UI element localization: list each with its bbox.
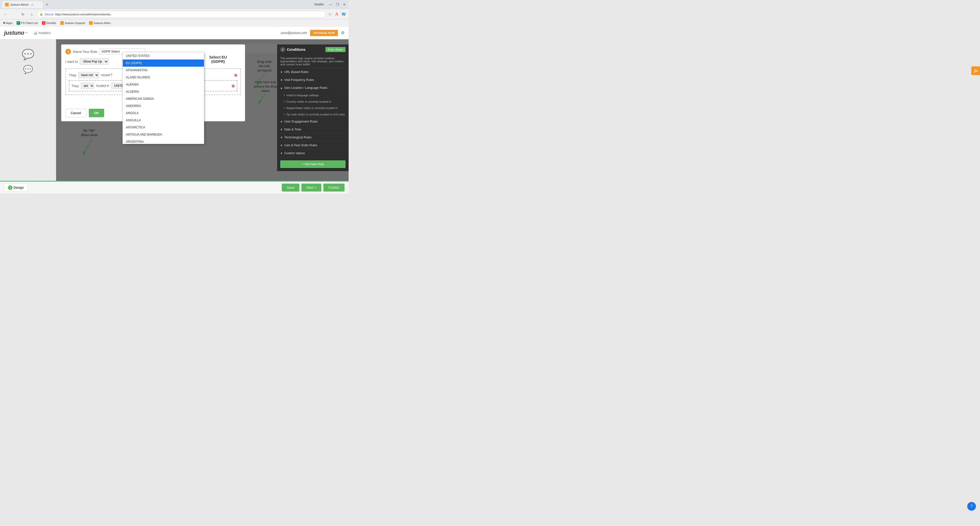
tab-title: Justuno Admin [10,3,29,6]
nav-forward-button[interactable]: → [11,11,18,18]
dropdown-item-afghanistan[interactable]: AFGHANISTAN [123,67,204,74]
conditions-header: 2 Conditions Rule Library [277,45,348,55]
rule-close-2[interactable]: ⊗ [231,83,235,88]
header-right: yuno@justuno.com UPGRADE NOW ⚙ [281,30,345,36]
chevron-down-icon-engagement: ▼ [280,120,283,123]
dropdown-item-angola[interactable]: ANGOLA [123,110,204,117]
next-button[interactable]: Next > [301,183,321,191]
maximize-icon[interactable]: ❐ [335,3,340,6]
dropdown-item-albania[interactable]: ALBANIA [123,81,204,88]
bookmark-justuno-support[interactable]: J Justuno Support [59,21,86,25]
conditions-panel: 2 Conditions Rule Library This powerful … [277,45,348,171]
cart-order-section[interactable]: ▼ Cart & Past Order Rules [277,142,348,149]
rule-library-button[interactable]: Rule Library [325,47,345,52]
rule-subject-2: They [72,84,79,88]
dropdown-item-eu-gdpr[interactable]: EU (GDPR) [123,59,204,67]
dropdown-item-andorra[interactable]: ANDORRA [123,102,204,110]
chevron-up-icon-geo: ▲ [280,86,283,89]
plus-icon-1: + [283,93,285,97]
modal-name-label: Name Your Rule [73,50,97,54]
rule-verb-1[interactable]: have not [78,72,99,78]
close-icon[interactable]: ✕ [342,3,347,6]
tab-favicon: J [5,3,9,6]
rule-preposition: located in [96,84,109,88]
settings-icon[interactable]: ⚙ [341,30,345,35]
geo-subsection-1[interactable]: + Visitor's language settings [277,92,348,98]
nav-refresh-button[interactable]: ↻ [19,11,27,18]
geo-subsection-3[interactable]: + Region/State visitor is currently loca… [277,105,348,111]
secure-label: Secure [45,13,54,16]
user-email: yuno@justuno.com [281,31,307,35]
chat-bubble-icon: 💬 [22,48,35,61]
cancel-button[interactable]: Cancel [65,109,86,117]
ok-button[interactable]: OK [89,109,104,117]
bookmark-justuno-admin[interactable]: J Justuno Admi... [88,21,114,25]
window-user: MattMe [312,3,326,6]
bookmark-ps-client-list[interactable]: P PS Client List [16,21,39,25]
bookmark-apps[interactable]: ⊞ Apps [2,21,14,25]
nav-home-button[interactable]: ⌂ [28,11,35,18]
rule-verb-2[interactable]: are [81,83,94,89]
dropdown-item-aland[interactable]: ALAND ISLANDS [123,74,204,81]
dropdown-item-american-samoa[interactable]: AMERICAN SAMOA [123,95,204,102]
rule-object-1: closed T [101,73,113,77]
new-tab-button[interactable]: + [44,2,50,8]
geo-subsection-2[interactable]: + Country visitor is currently located i… [277,98,348,105]
publish-button[interactable]: Publish [323,183,345,191]
plus-icon-3: + [283,106,285,110]
iwant-select[interactable]: Show Pop Up [80,58,108,65]
dropdown-item-anguilla[interactable]: ANGUILLA [123,117,204,124]
chevron-down-icon-url: ▼ [280,71,283,73]
app-logo: justuno ™ [4,30,27,36]
annotation-hitok: Hit "OK"When done [79,129,100,158]
dropdown-item-antarctica[interactable]: ANTARCTICA [123,124,204,131]
conditions-step-number: 2 [280,47,285,52]
date-time-section[interactable]: ▼ Date & Time [277,126,348,134]
design-tab[interactable]: 1 Design [4,183,27,192]
annotation-hitok-text: Hit "OK"When done [79,129,100,137]
add-new-rule-button[interactable]: + Add New Rule [280,160,345,168]
extension-icon-2[interactable]: W [341,12,347,17]
dropdown-selection-label: Select EU (GDPR) [209,55,227,64]
geo-subsection-4[interactable]: + Zip code visitor is currently located … [277,111,348,118]
bookmarks-bar: ⊞ Apps P PS Client List Z Zenefits J Jus… [0,19,348,27]
annotation-click-text: Click here andaccess the dropmenu [254,80,277,93]
url-text: https://www.justuno.com/admin/promotion/… [55,13,113,16]
minimize-icon[interactable]: — [328,3,333,6]
design-tab-label: Design [14,186,24,190]
country-dropdown[interactable]: UNITED STATES EU (GDPR) AFGHANISTAN ALAN… [123,52,204,144]
browser-toolbar: ← → ↻ ⌂ 🔒 Secure https://www.justuno.com… [0,9,348,19]
rule-close-1[interactable]: ⊗ [234,73,237,78]
extension-icon-1[interactable]: A [334,12,339,17]
chevron-down-icon-datetime: ▼ [280,128,283,131]
plus-icon-4: + [283,112,285,116]
save-button[interactable]: Save [282,183,300,191]
rule-subject-1: They [69,73,76,77]
chevron-down-icon-custom: ▼ [280,152,283,155]
bottom-bar: 1 Design Save Next > Publish [0,181,348,194]
modal-step-number: 1 [65,49,71,54]
annotation-click: Click here andaccess the dropmenu [254,80,277,106]
visit-frequency-rules-section[interactable]: ▼ Visit Frequency Rules [277,76,348,84]
analytics-nav[interactable]: 📊 Analytics [33,31,51,35]
technological-section[interactable]: ▼ Technological Rules [277,134,348,142]
url-based-rules-section[interactable]: ▼ URL Based Rules [277,68,348,76]
address-bar[interactable]: 🔒 Secure https://www.justuno.com/admin/p… [37,11,326,18]
chevron-down-icon-cart: ▼ [280,144,283,147]
user-engagement-section[interactable]: ▼ User Engagement Rules [277,118,348,126]
bookmark-zenefits[interactable]: Z Zenefits [41,21,57,25]
conditions-title: Conditions [287,48,305,52]
dropdown-item-argentina[interactable]: ARGENTINA [123,138,204,144]
nav-back-button[interactable]: ← [2,11,9,18]
dropdown-item-algeria[interactable]: ALGERIA [123,88,204,95]
upgrade-now-button[interactable]: UPGRADE NOW [310,30,338,36]
bookmark-icon[interactable]: ☆ [327,12,333,17]
geo-location-section[interactable]: ▲ Geo Location / Language Rules [277,84,348,92]
tab-close-icon[interactable]: ✕ [31,3,33,6]
dropdown-item-antigua[interactable]: ANTIGUA AND BARBUDA [123,131,204,138]
app-header: justuno ™ 📊 Analytics yuno@justuno.com U… [0,27,348,39]
dropdown-item-united-states[interactable]: UNITED STATES [123,53,204,59]
browser-tab[interactable]: J Justuno Admin ✕ [2,1,43,8]
custom-values-section[interactable]: ▼ Custom Values [277,149,348,157]
secure-icon: 🔒 [40,13,43,16]
